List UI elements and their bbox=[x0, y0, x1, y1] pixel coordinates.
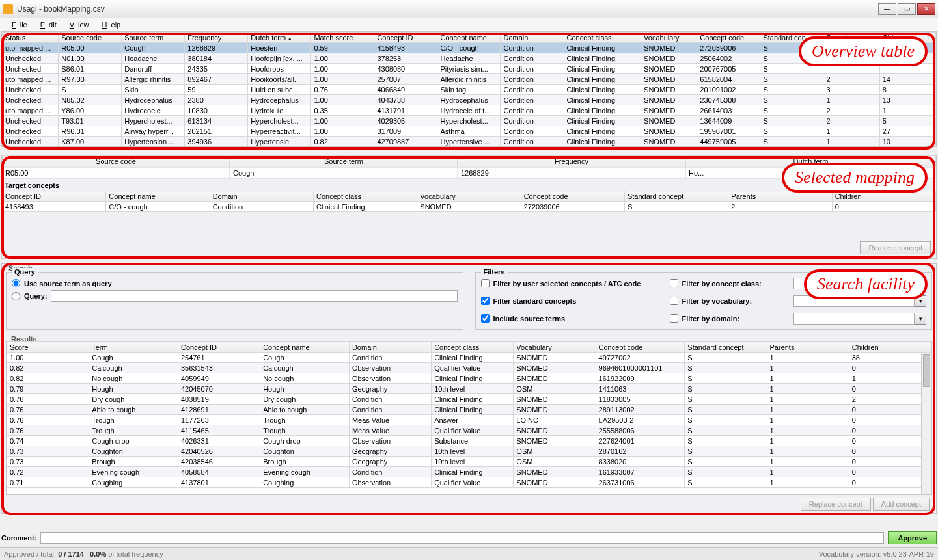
column-header[interactable]: Standard concept bbox=[685, 342, 767, 353]
table-row[interactable]: UncheckedN85.02Hydrocephalus2380Hydrocep… bbox=[3, 95, 936, 105]
table-row[interactable]: UncheckedK87.00Hypertension ...394936Hyp… bbox=[3, 137, 936, 147]
table-row[interactable]: UncheckedN01.00Headache380184Hoofdpijn [… bbox=[3, 53, 936, 64]
table-row[interactable]: uto mapped ...R05.00Cough1268829Hoesten0… bbox=[3, 43, 936, 53]
scrollbar-thumb[interactable] bbox=[923, 354, 930, 387]
column-header[interactable]: Concept class bbox=[432, 342, 514, 353]
window-title: Usagi - bookMapping.csv bbox=[17, 5, 878, 14]
column-header[interactable]: Concept ID bbox=[3, 191, 106, 202]
callout-overview: Overview table bbox=[799, 36, 928, 66]
table-row[interactable]: 0.73Coughton42040526CoughtonGeography10t… bbox=[7, 446, 931, 457]
table-row[interactable]: 0.76Trough1177263TroughMeas ValueAnswerL… bbox=[7, 415, 931, 425]
filters-legend: Filters bbox=[481, 268, 508, 276]
column-header[interactable]: Source code bbox=[59, 33, 122, 43]
column-header[interactable]: Domain bbox=[210, 191, 313, 202]
table-row[interactable]: 0.76Able to cough4128691Able to coughCon… bbox=[7, 405, 931, 415]
filter-vocab-checkbox[interactable] bbox=[670, 297, 678, 305]
filter-class-checkbox[interactable] bbox=[670, 279, 678, 287]
use-source-radio[interactable] bbox=[12, 279, 20, 287]
column-header[interactable]: Status bbox=[3, 33, 59, 43]
table-row: 4158493C/O - coughConditionClinical Find… bbox=[3, 202, 936, 212]
column-header[interactable]: Parents bbox=[767, 342, 849, 353]
table-row[interactable]: UncheckedR96.01Airway hyperr...202151Hyp… bbox=[3, 126, 936, 137]
table-row[interactable]: 0.72Evening cough4058584Evening coughCon… bbox=[7, 467, 931, 477]
column-header[interactable]: Match score bbox=[311, 33, 374, 43]
chevron-down-icon[interactable]: ▾ bbox=[915, 313, 926, 325]
overview-table[interactable]: StatusSource codeSource termFrequencyDut… bbox=[2, 32, 936, 147]
table-row[interactable]: 0.74Cough drop4026331Cough dropObservati… bbox=[7, 436, 931, 446]
menu-edit[interactable]: Edit bbox=[33, 20, 61, 30]
add-concept-button[interactable]: Add concept bbox=[873, 498, 930, 511]
table-row[interactable]: 0.79Hough42045070HoughGeography10th leve… bbox=[7, 384, 931, 394]
remove-concept-button[interactable]: Remove concept bbox=[860, 241, 931, 254]
app-icon bbox=[3, 4, 13, 14]
table-row[interactable]: UncheckedT93.01Hypercholest...613134Hype… bbox=[3, 116, 936, 126]
column-header[interactable]: Domain bbox=[501, 33, 564, 43]
title-bar: Usagi - bookMapping.csv — ▭ ✕ bbox=[0, 0, 938, 18]
table-row[interactable]: 1.00Cough254761CoughConditionClinical Fi… bbox=[7, 353, 931, 363]
column-header[interactable]: Concept code bbox=[521, 191, 624, 202]
column-header: Frequency bbox=[458, 155, 685, 167]
table-row[interactable]: uto mapped ...Y86.00Hydrocoele10830Hydro… bbox=[3, 105, 936, 116]
filter-class-label: Filter by concept class: bbox=[682, 280, 762, 287]
table-row[interactable]: 0.76Trough4115465TroughMeas ValueQualifi… bbox=[7, 425, 931, 436]
column-header[interactable]: Domain bbox=[349, 342, 431, 353]
table-row[interactable]: UncheckedSSkin59Huid en subc...0.7640668… bbox=[3, 85, 936, 95]
table-row[interactable]: 0.82No cough4059949No coughObservationCl… bbox=[7, 373, 931, 384]
column-header[interactable]: Vocabulary bbox=[641, 33, 697, 43]
table-row[interactable]: 0.71Coughing4137801CoughingObservationQu… bbox=[7, 477, 931, 488]
column-header[interactable]: Term bbox=[89, 342, 178, 353]
column-header[interactable]: Concept name bbox=[437, 33, 501, 43]
query-label: Query: bbox=[24, 292, 47, 300]
table-row[interactable]: UncheckedS86.01Dandruff24335Hoofdroos1.0… bbox=[3, 64, 936, 74]
comment-input[interactable] bbox=[40, 532, 884, 544]
query-input[interactable] bbox=[51, 290, 457, 302]
query-radio[interactable] bbox=[12, 292, 20, 300]
filter-user-checkbox[interactable] bbox=[481, 279, 490, 287]
query-legend: Query bbox=[12, 268, 38, 276]
column-header[interactable]: Concept code bbox=[596, 342, 685, 353]
column-header[interactable]: Source term bbox=[122, 33, 185, 43]
column-header: Source code bbox=[2, 155, 230, 167]
callout-search: Search facility bbox=[804, 269, 928, 299]
target-concepts-table[interactable]: Concept IDConcept nameDomainConcept clas… bbox=[2, 191, 936, 212]
column-header[interactable]: Score bbox=[7, 342, 89, 353]
column-header[interactable]: Concept ID bbox=[374, 33, 437, 43]
column-header[interactable]: Concept class bbox=[313, 191, 417, 202]
menu-help[interactable]: Help bbox=[94, 20, 125, 30]
table-row[interactable]: 0.76Dry cough4038519Dry coughConditionCl… bbox=[7, 394, 931, 405]
filter-domain-checkbox[interactable] bbox=[670, 314, 678, 323]
column-header[interactable]: Concept code bbox=[697, 33, 760, 43]
column-header[interactable]: Concept ID bbox=[178, 342, 260, 353]
maximize-button[interactable]: ▭ bbox=[898, 3, 916, 15]
column-header[interactable]: Concept name bbox=[106, 191, 210, 202]
column-header[interactable]: Concept class bbox=[564, 33, 641, 43]
column-header[interactable]: Vocabulary bbox=[514, 342, 596, 353]
column-header[interactable]: Children bbox=[849, 342, 931, 353]
menu-file[interactable]: File bbox=[4, 20, 31, 30]
search-panel: Search Query Use source term as query Qu… bbox=[1, 263, 937, 514]
column-header[interactable]: Frequency bbox=[185, 33, 248, 43]
filter-domain-select[interactable] bbox=[793, 313, 915, 325]
table-row[interactable]: 0.73Brough42038546BroughGeography10th le… bbox=[7, 457, 931, 467]
minimize-button[interactable]: — bbox=[878, 3, 896, 15]
column-header[interactable]: Dutch term▲ bbox=[248, 33, 311, 43]
results-table[interactable]: ScoreTermConcept IDConcept nameDomainCon… bbox=[7, 341, 931, 488]
filter-inc-checkbox[interactable] bbox=[481, 314, 490, 323]
menu-view[interactable]: View bbox=[62, 20, 93, 30]
table-row[interactable]: uto mapped ...R97.00Allergic rhinitis892… bbox=[3, 74, 936, 85]
approve-button[interactable]: Approve bbox=[888, 531, 937, 544]
query-fieldset: Query Use source term as query Query: bbox=[6, 272, 463, 330]
close-button[interactable]: ✕ bbox=[917, 3, 935, 15]
replace-concept-button[interactable]: Replace concept bbox=[801, 498, 871, 511]
table-row[interactable]: 0.82Calcough35631543CalcoughObservationQ… bbox=[7, 363, 931, 373]
column-header[interactable]: Concept name bbox=[260, 342, 350, 353]
comment-label: Comment: bbox=[1, 534, 36, 542]
column-header[interactable]: Vocabulary bbox=[417, 191, 521, 202]
filter-std-checkbox[interactable] bbox=[481, 297, 490, 305]
comment-bar: Comment: Approve bbox=[1, 530, 937, 546]
column-header[interactable]: Standard concept bbox=[624, 191, 728, 202]
filter-vocab-label: Filter by vocabulary: bbox=[682, 297, 752, 305]
results-scrollbar[interactable] bbox=[921, 353, 931, 494]
filter-user-label: Filter by user selected concepts / ATC c… bbox=[493, 280, 641, 287]
status-right: Vocabulary version: v5.0 23-APR-19 bbox=[819, 550, 934, 558]
